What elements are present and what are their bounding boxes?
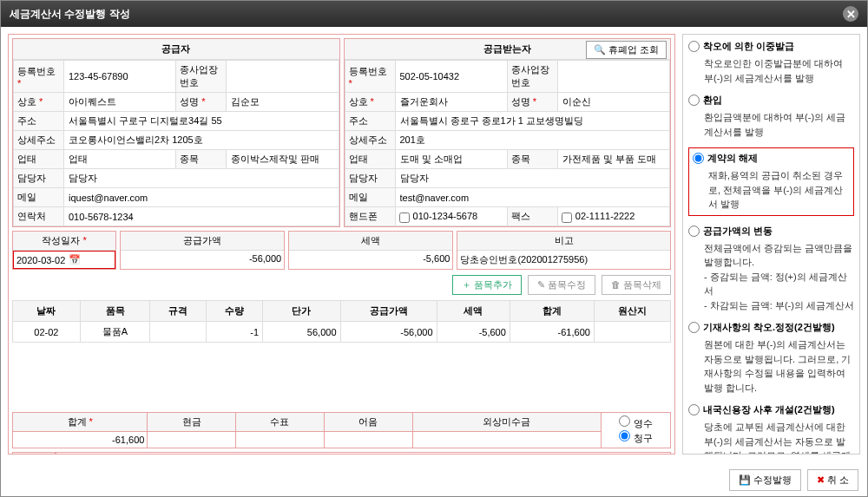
label-c-addr2: 상세주소 bbox=[345, 131, 395, 150]
label-credit: 외상미수금 bbox=[412, 413, 601, 432]
lookup-button[interactable]: 휴폐업 조회 bbox=[586, 41, 667, 59]
customer-fax[interactable] bbox=[575, 210, 653, 222]
reason-panel: 착오에 의한 이중발급착오로인한 이중발급분에 대하여 부(-)의 세금계산서를… bbox=[682, 34, 860, 454]
supplier-subbiz[interactable] bbox=[230, 70, 334, 82]
reason-radio[interactable] bbox=[688, 226, 700, 237]
customer-regno[interactable] bbox=[399, 70, 503, 82]
cancel-icon bbox=[817, 474, 827, 485]
credit-value[interactable] bbox=[412, 432, 601, 448]
label-email: 메일 bbox=[14, 188, 64, 207]
reason-radio[interactable] bbox=[688, 95, 700, 106]
label-biztype: 업태 bbox=[14, 150, 64, 169]
customer-header-text: 공급받는자 bbox=[483, 43, 531, 54]
fax-checkbox[interactable] bbox=[562, 213, 572, 223]
reason-option-1[interactable]: 환입환입금액분에 대하여 부(-)의 세금계산서를 발행 bbox=[688, 94, 854, 139]
supplier-biztype[interactable] bbox=[68, 154, 172, 166]
label-c-bizitem: 종목 bbox=[507, 150, 557, 169]
summary-supply: -56,000 bbox=[121, 251, 284, 266]
label-c-mobile: 핸드폰 bbox=[345, 207, 395, 226]
reason-option-5[interactable]: 내국신용장 사후 개설(2건발행)당초에 교부된 세금계산서에 대한 부(-)의… bbox=[688, 403, 854, 454]
summary-remark[interactable]: 당초승인번호(202001275956) bbox=[457, 251, 670, 269]
receipt-radio[interactable]: 영수 bbox=[619, 418, 652, 428]
supplier-name[interactable] bbox=[230, 96, 334, 108]
label-company: 상호 bbox=[14, 93, 64, 112]
customer-email[interactable] bbox=[399, 192, 667, 204]
label-manager: 담당자 bbox=[14, 169, 64, 188]
customer-subbiz[interactable] bbox=[562, 70, 666, 82]
reason-radio[interactable] bbox=[688, 41, 700, 52]
total-value: -61,600 bbox=[13, 432, 148, 448]
label-c-subbiz: 종사업장번호 bbox=[507, 61, 557, 93]
note-value[interactable] bbox=[324, 432, 412, 448]
customer-addr2[interactable] bbox=[399, 134, 667, 147]
customer-addr[interactable] bbox=[399, 115, 667, 128]
submit-button[interactable]: 수정발행 bbox=[729, 469, 801, 491]
customer-name[interactable] bbox=[562, 96, 666, 108]
reason-radio[interactable] bbox=[688, 322, 700, 333]
supplier-addr[interactable] bbox=[68, 115, 335, 128]
label-c-regno: 등록번호 bbox=[345, 61, 395, 93]
cancel-button[interactable]: 취 소 bbox=[807, 469, 858, 491]
mobile-checkbox[interactable] bbox=[399, 213, 410, 223]
label-c-fax: 팩스 bbox=[507, 207, 557, 226]
window-title: 세금계산서 수정발행 작성 bbox=[10, 7, 130, 22]
label-subbiz: 종사업장번호 bbox=[176, 61, 227, 93]
supplier-regno[interactable] bbox=[68, 70, 172, 82]
label-date: 작성일자 bbox=[13, 232, 115, 251]
search-icon bbox=[594, 44, 608, 55]
save-icon bbox=[739, 474, 753, 485]
customer-panel: 공급받는자 휴폐업 조회 등록번호 종사업장번호 상호 성명 bbox=[344, 38, 672, 227]
reason-option-3[interactable]: 공급가액의 변동전체금액에서 증감되는 금액만큼을 발행합니다.- 증감되는 금… bbox=[688, 225, 854, 313]
table-row[interactable]: 02-02물품A-156,000-56,000-5,600-61,600 bbox=[13, 322, 671, 343]
th-name: 품목 bbox=[80, 301, 149, 322]
supplier-addr2[interactable] bbox=[68, 134, 335, 147]
label-cash: 현금 bbox=[148, 413, 236, 432]
label-cheque: 수표 bbox=[236, 413, 325, 432]
reason-option-4[interactable]: 기재사항의 착오.정정(2건발행)원본에 대한 부(-)의 세금계산서는 자동으… bbox=[688, 321, 854, 395]
label-c-manager: 담당자 bbox=[345, 169, 395, 188]
supplier-bizitem[interactable] bbox=[230, 154, 334, 166]
th-supply: 공급가액 bbox=[340, 301, 437, 322]
cheque-value[interactable] bbox=[236, 432, 325, 448]
customer-bizitem[interactable] bbox=[562, 154, 666, 166]
customer-company[interactable] bbox=[399, 96, 503, 108]
label-regno: 등록번호 bbox=[14, 61, 64, 93]
th-qty: 수량 bbox=[207, 301, 263, 322]
th-price: 단가 bbox=[263, 301, 340, 322]
delete-item-button[interactable]: 🗑 품목삭제 bbox=[602, 275, 671, 295]
reason-radio[interactable] bbox=[688, 404, 700, 415]
label-addr: 주소 bbox=[14, 112, 64, 131]
label-addr2: 상세주소 bbox=[14, 131, 64, 150]
memo-label: 참고사항 bbox=[12, 452, 56, 454]
customer-manager[interactable] bbox=[399, 173, 667, 185]
supplier-header: 공급자 bbox=[13, 39, 339, 60]
customer-biztype[interactable] bbox=[399, 154, 503, 166]
add-item-button[interactable]: ＋ 품목추가 bbox=[452, 275, 522, 295]
label-note: 어음 bbox=[324, 413, 412, 432]
label-c-name: 성명 bbox=[507, 93, 557, 112]
supplier-email[interactable] bbox=[68, 192, 335, 204]
label-supply: 공급가액 bbox=[121, 232, 284, 251]
cash-value[interactable] bbox=[148, 432, 236, 448]
reason-option-0[interactable]: 착오에 의한 이중발급착오로인한 이중발급분에 대하여 부(-)의 세금계산서를… bbox=[688, 40, 854, 85]
summary-date[interactable]: 2020-03-02 bbox=[16, 255, 65, 265]
supplier-panel: 공급자 등록번호 종사업장번호 상호 성명 주소 bbox=[12, 38, 340, 227]
label-name: 성명 bbox=[176, 93, 227, 112]
charge-radio[interactable]: 청구 bbox=[619, 433, 652, 443]
customer-mobile[interactable] bbox=[412, 210, 496, 222]
close-icon[interactable]: ✕ bbox=[843, 6, 858, 22]
main-form: 공급자 등록번호 종사업장번호 상호 성명 주소 bbox=[8, 34, 675, 454]
reason-radio[interactable] bbox=[693, 153, 704, 164]
label-total: 합계 bbox=[13, 413, 148, 432]
label-c-addr: 주소 bbox=[345, 112, 395, 131]
calendar-icon[interactable] bbox=[69, 254, 81, 265]
supplier-contact[interactable] bbox=[68, 211, 335, 223]
th-total: 합계 bbox=[510, 301, 594, 322]
supplier-manager[interactable] bbox=[68, 173, 335, 185]
edit-item-button[interactable]: ✎ 품목수정 bbox=[528, 275, 595, 295]
label-remark: 비고 bbox=[457, 232, 670, 251]
supplier-company[interactable] bbox=[68, 96, 172, 108]
label-c-biztype: 업태 bbox=[345, 150, 395, 169]
reason-option-2[interactable]: 계약의 해제재화,용역의 공급이 취소된 경우로, 전체금액을 부(-)의 세금… bbox=[688, 147, 854, 216]
th-tax: 세액 bbox=[437, 301, 510, 322]
